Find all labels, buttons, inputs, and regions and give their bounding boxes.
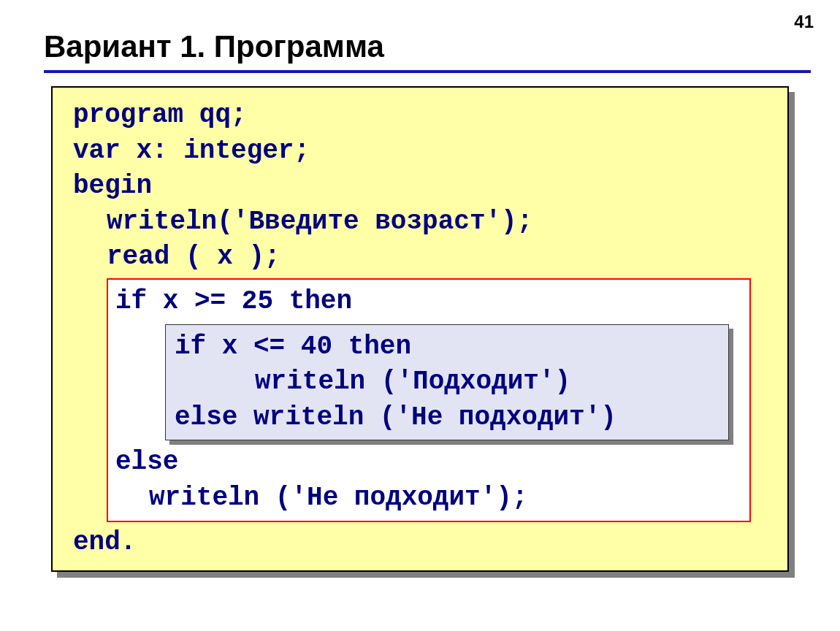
slide-title: Вариант 1. Программа <box>44 29 811 64</box>
title-divider <box>44 70 811 73</box>
code-line: read ( x ); <box>107 240 773 275</box>
code-line: begin <box>73 169 773 204</box>
slide: 41 Вариант 1. Программа program qq; var … <box>0 0 840 631</box>
page-number: 41 <box>794 12 814 32</box>
code-box: program qq; var x: integer; begin writel… <box>51 86 789 572</box>
code-line: end. <box>73 525 773 561</box>
code-line: writeln ('Не подходит'); <box>149 481 736 516</box>
code-line: var x: integer; <box>73 134 773 169</box>
inner-box: if x <= 40 then writeln ('Подходит') els… <box>165 324 729 441</box>
code-line: writeln('Введите возраст'); <box>107 204 773 240</box>
code-line: else writeln ('Не подходит') <box>175 400 715 436</box>
code-block: program qq; var x: integer; begin writel… <box>51 86 789 572</box>
code-line: writeln ('Подходит') <box>255 364 715 400</box>
outer-if-block: if x >= 25 then if x <= 40 then writeln … <box>107 278 751 522</box>
code-line: if x >= 25 then <box>115 284 736 320</box>
code-line: else <box>115 445 736 481</box>
code-line: program qq; <box>73 98 773 134</box>
code-line: if x <= 40 then <box>175 329 715 365</box>
inner-if-block: if x <= 40 then writeln ('Подходит') els… <box>165 324 729 441</box>
